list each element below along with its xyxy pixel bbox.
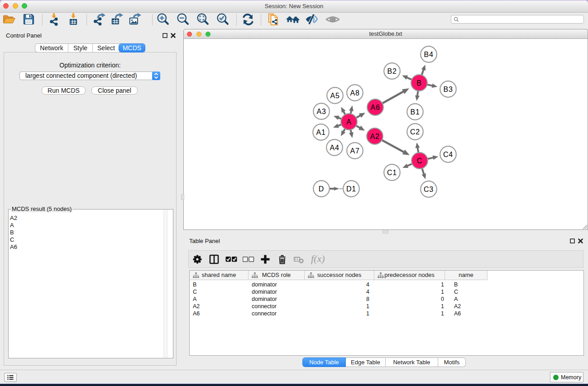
svg-text:A: A	[346, 118, 351, 126]
svg-text:D1: D1	[346, 185, 356, 193]
svg-text:B2: B2	[387, 67, 397, 75]
svg-text:D: D	[319, 185, 324, 193]
svg-text:B1: B1	[410, 108, 420, 116]
svg-text:A4: A4	[330, 144, 339, 152]
svg-text:A6: A6	[370, 104, 380, 111]
svg-text:B: B	[416, 79, 421, 87]
svg-text:A3: A3	[316, 108, 326, 115]
svg-text:C1: C1	[387, 169, 397, 176]
svg-text:C4: C4	[443, 151, 453, 158]
svg-text:A5: A5	[330, 92, 339, 100]
svg-text:A1: A1	[316, 129, 325, 136]
svg-text:B3: B3	[443, 86, 453, 93]
svg-text:C2: C2	[410, 128, 420, 136]
svg-text:C: C	[417, 157, 422, 165]
svg-text:B4: B4	[424, 51, 433, 58]
svg-text:A7: A7	[350, 147, 359, 155]
svg-text:C3: C3	[424, 186, 434, 193]
svg-text:A8: A8	[350, 89, 359, 97]
svg-text:A2: A2	[370, 133, 379, 140]
